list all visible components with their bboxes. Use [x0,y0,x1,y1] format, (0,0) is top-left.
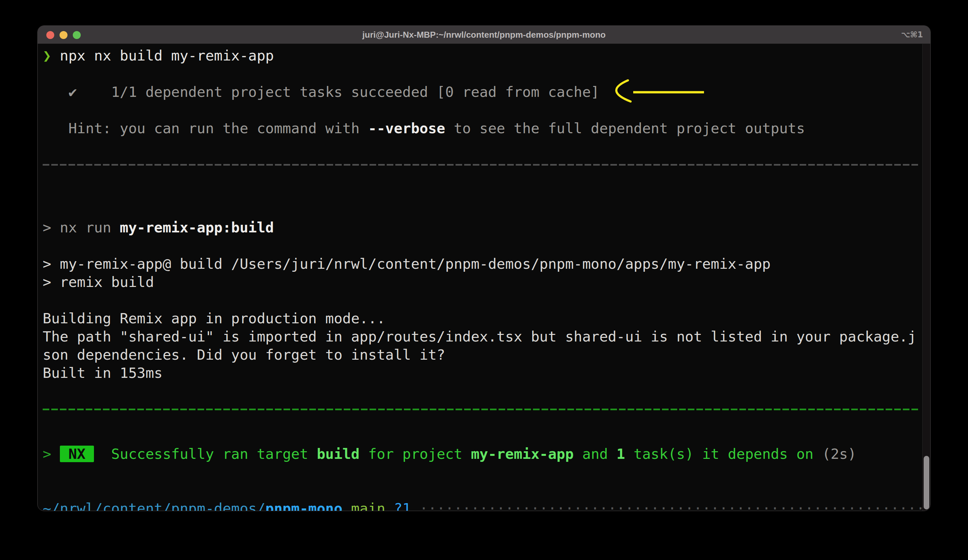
blank-line [43,65,922,83]
hint-line: Hint: you can run the command with --ver… [43,119,922,137]
cwd-dir: pnpm-mono [265,500,342,511]
close-button[interactable] [46,31,54,39]
task-name: my-remix-app:build [120,219,274,236]
minimize-button[interactable] [60,31,68,39]
dependent-tasks-text: ✔ 1/1 dependent project tasks succeeded … [43,84,600,100]
blank-line [43,427,922,445]
window-titlebar[interactable]: juri@Juri-Nx-MBP:~/nrwl/content/pnpm-dem… [38,26,930,44]
warning-text-2: son dependencies. Did you forget to inst… [43,347,445,363]
terminal-buffer[interactable]: ❯ npx nx build my-remix-app ✔ 1/1 depend… [38,44,922,511]
scrollbar-track[interactable] [922,44,930,511]
warning-line-1: The path "shared-ui" is imported in app/… [43,328,922,346]
filler-dots: ········································… [411,500,922,511]
separator-line [43,409,918,410]
blank-line [43,237,922,255]
traffic-lights [46,26,81,44]
success-text-2: for project [360,446,471,462]
command-line: ❯ npx nx build my-remix-app [43,46,922,65]
blank-line [43,200,922,218]
git-status: ?1 [394,500,411,511]
task-count: 1 [617,446,625,462]
remix-build-text: > remix build [43,274,154,290]
window-title: juri@Juri-Nx-MBP:~/nrwl/content/pnpm-dem… [362,30,605,40]
separator-green [43,409,922,427]
scrollbar-thumb[interactable] [924,456,929,509]
nx-success-line: > NX Successfully ran target build for p… [43,445,922,463]
warning-line-2: son dependencies. Did you forget to inst… [43,346,922,364]
success-text-3: and [574,446,616,462]
warning-text-1: The path "shared-ui" is imported in app/… [43,328,917,345]
building-text: Building Remix app in production mode... [43,310,385,327]
blank-line [43,382,922,400]
project-name: my-remix-app [471,446,574,462]
prompt-icon: ❯ [43,47,60,64]
blank-line [43,182,922,200]
building-line: Building Remix app in production mode... [43,309,922,328]
success-prefix: > [43,446,60,462]
built-time-line: Built in 153ms [43,364,922,382]
dependent-tasks-line: ✔ 1/1 dependent project tasks succeeded … [43,83,922,101]
cwd-path: ~/nrwl/content/pnpm-demos/ [43,500,265,511]
remix-build-line: > remix build [43,273,922,291]
verbose-flag: --verbose [368,120,445,137]
hint-text: Hint: you can run the command with [43,120,368,137]
blank-line [43,481,922,499]
target-name: build [317,446,359,462]
success-text-4: task(s) it depends on [625,446,822,462]
package-build-text: > my-remix-app@ build /Users/juri/nrwl/c… [43,256,771,272]
blank-line [43,137,922,156]
desktop-background: { "window": { "title": "juri@Juri-Nx-MBP… [0,0,968,560]
blank-line [43,101,922,119]
package-build-line: > my-remix-app@ build /Users/juri/nrwl/c… [43,255,922,273]
blank-line [43,463,922,481]
terminal-window: juri@Juri-Nx-MBP:~/nrwl/content/pnpm-dem… [37,25,931,511]
success-text-1: Successfully ran target [94,446,317,462]
separator-line [43,164,918,165]
nx-run-line: > nx run my-remix-app:build [43,218,922,237]
hint-text-tail: to see the full dependent project output… [445,120,805,137]
git-branch: main [342,500,394,511]
command-text: npx nx build my-remix-app [60,47,274,64]
nx-run-prefix: > nx run [43,219,120,236]
nx-badge: NX [60,446,94,462]
built-time-text: Built in 153ms [43,365,162,381]
duration: (2s) [822,446,857,462]
shell-path-line: ~/nrwl/content/pnpm-demos/pnpm-mono main… [43,499,922,511]
separator-gray [43,164,922,182]
window-shortcut-badge: ⌥⌘1 [901,30,923,39]
blank-line [43,291,922,309]
zoom-button[interactable] [73,31,81,39]
